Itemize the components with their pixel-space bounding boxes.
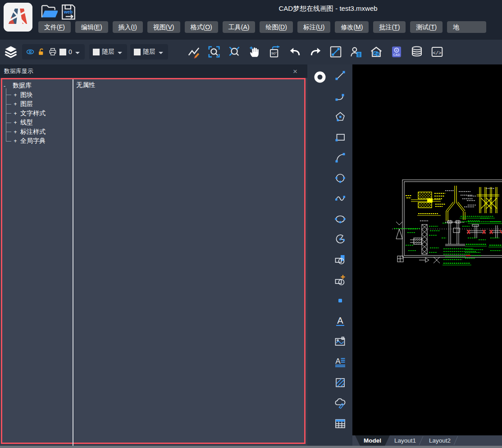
expand-icon[interactable]: + bbox=[13, 110, 18, 117]
sketch-button[interactable] bbox=[187, 45, 201, 59]
point-tool-button[interactable] bbox=[333, 294, 347, 307]
collapse-icon[interactable]: - bbox=[4, 82, 9, 89]
svg-text:A: A bbox=[337, 315, 343, 325]
zoom-extents-icon bbox=[228, 45, 241, 59]
undo-icon bbox=[288, 45, 302, 59]
zoom-window-button[interactable] bbox=[207, 45, 221, 59]
hatch-icon bbox=[333, 376, 347, 389]
donut-tool-button[interactable] bbox=[313, 70, 327, 84]
tree-guide-stub bbox=[6, 141, 11, 142]
mtext-icon: A bbox=[333, 355, 347, 369]
printer-icon[interactable] bbox=[48, 47, 57, 56]
save-web-icon[interactable]: web bbox=[59, 3, 78, 21]
open-file-icon[interactable] bbox=[40, 3, 58, 21]
tree-guide-stub bbox=[6, 95, 11, 95]
color-swatch bbox=[93, 49, 100, 55]
polyline-icon bbox=[333, 89, 347, 103]
polyline-tool-button[interactable] bbox=[333, 89, 347, 103]
polygon-tool-button[interactable] bbox=[333, 110, 347, 123]
menu-item-3[interactable]: 视图(V) bbox=[147, 21, 180, 33]
chevron-down-icon bbox=[159, 52, 163, 56]
linetype-dropdown[interactable]: 随层 bbox=[130, 44, 168, 59]
tree-guide-stub bbox=[6, 104, 11, 105]
rotate-90-icon: 90° bbox=[268, 45, 282, 59]
expand-icon[interactable]: + bbox=[13, 101, 18, 107]
tab-layout1[interactable]: Layout1 bbox=[386, 435, 424, 446]
toolbar-buttons: 90°CAD</> bbox=[187, 45, 444, 59]
pan-button[interactable] bbox=[248, 45, 261, 59]
line-tool-button[interactable] bbox=[333, 69, 347, 82]
expand-icon[interactable]: + bbox=[13, 119, 18, 126]
expand-icon[interactable]: + bbox=[13, 129, 18, 135]
panel-splitter[interactable] bbox=[73, 79, 73, 448]
tab-layout2[interactable]: Layout2 bbox=[420, 435, 459, 446]
tree-item-1[interactable]: + 图层 bbox=[4, 100, 46, 109]
insert-block-tool-button[interactable] bbox=[333, 253, 347, 267]
database-button[interactable] bbox=[410, 45, 424, 59]
menu-item-4[interactable]: 格式(O) bbox=[185, 21, 218, 33]
ellipse-tool-button[interactable] bbox=[333, 212, 347, 226]
tree-guide-stub bbox=[6, 123, 11, 123]
database-tree: - 数据库 + 图块 + 图层 + 文字样式 + 线型 + 标注样式 + 全局字… bbox=[4, 81, 46, 146]
expand-icon[interactable]: + bbox=[13, 92, 18, 98]
layer-dropdown[interactable]: 0 bbox=[22, 44, 85, 59]
insert-block-icon bbox=[333, 253, 347, 267]
drawing-canvas[interactable] bbox=[352, 64, 502, 435]
line-icon bbox=[333, 69, 347, 82]
menu-item-7[interactable]: 标注(U) bbox=[297, 21, 330, 33]
rotate-90-button[interactable]: 90° bbox=[268, 45, 282, 59]
spline-tool-button[interactable] bbox=[333, 192, 347, 205]
tree-item-3[interactable]: + 线型 bbox=[4, 118, 46, 128]
circle-tool-button[interactable] bbox=[333, 171, 347, 185]
circle-icon bbox=[333, 171, 347, 185]
menu-item-10[interactable]: 测试(T) bbox=[410, 21, 443, 33]
panel-header: 数据库显示 × bbox=[0, 64, 307, 78]
user-attributes-button[interactable] bbox=[349, 45, 363, 59]
tree-item-2[interactable]: + 文字样式 bbox=[4, 109, 46, 119]
menu-item-2[interactable]: 插入(I) bbox=[113, 21, 143, 33]
table-tool-button[interactable] bbox=[333, 417, 347, 430]
menu-item-0[interactable]: 文件(F) bbox=[38, 21, 71, 33]
arc-tool-button[interactable] bbox=[333, 151, 347, 165]
create-block-tool-button[interactable] bbox=[333, 274, 347, 287]
expand-icon[interactable]: + bbox=[13, 138, 18, 144]
visibility-eye-icon[interactable] bbox=[26, 47, 35, 56]
revcloud-tool-button[interactable] bbox=[333, 396, 347, 410]
home-view-button[interactable] bbox=[370, 45, 383, 59]
menu-bar: 文件(F) 编辑(E) 插入(I) 视图(V) 格式(O) 工具(A) 绘图(D… bbox=[38, 21, 486, 33]
image-tool-button[interactable] bbox=[333, 335, 347, 348]
tree-item-4[interactable]: + 标注样式 bbox=[4, 128, 46, 137]
zoom-extents-button[interactable] bbox=[228, 45, 241, 59]
svg-text:A: A bbox=[335, 357, 341, 366]
menu-item-8[interactable]: 修改(M) bbox=[335, 21, 369, 33]
code-button[interactable]: </> bbox=[430, 45, 444, 59]
menu-item-1[interactable]: 编辑(E) bbox=[75, 21, 108, 33]
image-icon bbox=[333, 335, 347, 348]
svg-text:</>: </> bbox=[433, 50, 441, 56]
scale-measure-button[interactable] bbox=[329, 45, 342, 59]
layers-icon[interactable] bbox=[4, 45, 18, 59]
undo-button[interactable] bbox=[288, 45, 302, 59]
polygon-icon bbox=[333, 110, 347, 123]
menu-item-11[interactable]: 地 bbox=[447, 21, 486, 33]
hatch-tool-button[interactable] bbox=[333, 376, 347, 389]
tree-item-0[interactable]: + 图块 bbox=[4, 91, 46, 100]
rectangle-tool-button[interactable] bbox=[333, 130, 347, 144]
tree-item-5[interactable]: + 全局字典 bbox=[4, 137, 46, 146]
close-icon[interactable]: × bbox=[290, 64, 300, 79]
scale-measure-icon bbox=[329, 45, 342, 59]
color-dropdown[interactable]: 随层 bbox=[89, 44, 127, 59]
menu-item-9[interactable]: 批注(T) bbox=[373, 21, 406, 33]
chevron-down-icon bbox=[118, 52, 122, 56]
menu-item-5[interactable]: 工具(A) bbox=[223, 21, 256, 33]
ellipse-arc-tool-button[interactable] bbox=[333, 233, 347, 246]
mtext-tool-button[interactable]: A bbox=[333, 355, 347, 369]
redo-button[interactable] bbox=[309, 45, 322, 59]
unlock-icon[interactable] bbox=[37, 47, 46, 56]
text-tool-button[interactable]: A bbox=[333, 315, 347, 328]
zoom-window-icon bbox=[207, 45, 221, 59]
menu-item-6[interactable]: 绘图(D) bbox=[260, 21, 292, 33]
cad-file-button[interactable]: CAD bbox=[390, 45, 403, 59]
tab-model[interactable]: Model bbox=[355, 435, 390, 446]
tree-root[interactable]: - 数据库 bbox=[4, 81, 46, 91]
